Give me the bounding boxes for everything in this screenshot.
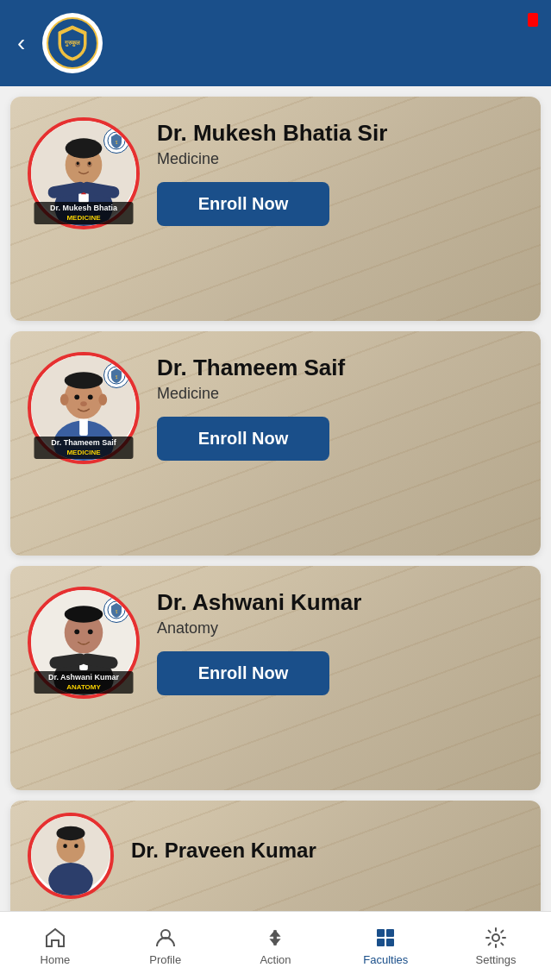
svg-point-11 <box>77 161 79 165</box>
doctor-name-1: Dr. Mukesh Bhatia Sir <box>157 121 523 146</box>
profile-icon <box>153 926 178 950</box>
bottom-navigation: Home Profile Action Faculties Settings <box>0 911 551 980</box>
faculty-card-1: गु <box>10 97 541 321</box>
nav-faculties[interactable]: Faculties <box>330 926 441 966</box>
nav-profile[interactable]: Profile <box>110 926 221 966</box>
settings-icon <box>484 926 508 950</box>
nav-home-label: Home <box>41 953 71 966</box>
svg-point-49 <box>492 934 499 941</box>
back-button[interactable]: ‹ <box>17 29 25 57</box>
doctor-subject-2: Medicine <box>157 385 523 403</box>
avatar-label-2: Dr. Thameem Saif MEDICINE <box>34 437 134 459</box>
svg-point-26 <box>80 401 87 406</box>
avatar-container-2: गु <box>28 352 140 464</box>
nav-settings-label: Settings <box>476 953 517 966</box>
avatar-label-3: Dr. Ashwani Kumar ANATOMY <box>34 671 134 694</box>
svg-rect-47 <box>377 939 385 946</box>
battery-indicator <box>528 13 538 27</box>
nav-settings[interactable]: Settings <box>441 926 551 966</box>
doctor-name-4-partial: Dr. Praveen Kumar <box>131 839 523 863</box>
svg-point-25 <box>88 394 93 399</box>
header: ‹ गुरुकुल <box>0 0 551 86</box>
avatar-logo-2: गु <box>103 362 129 388</box>
avatar-4 <box>28 813 114 899</box>
svg-point-23 <box>98 393 107 405</box>
card-info-3: Dr. Ashwani Kumar Anatomy Enroll Now <box>157 590 523 696</box>
doctor-subject-1: Medicine <box>157 150 523 168</box>
avatar-container-3: गु <box>28 587 140 699</box>
card-info-2: Dr. Thameem Saif Medicine Enroll Now <box>157 355 523 462</box>
card-info-4: Dr. Praveen Kumar <box>131 813 523 863</box>
svg-rect-48 <box>386 939 394 946</box>
nav-faculties-label: Faculties <box>363 953 408 966</box>
card-info-1: Dr. Mukesh Bhatia Sir Medicine Enroll No… <box>157 121 523 227</box>
faculty-card-2: गु <box>10 331 541 556</box>
faculties-icon <box>373 926 398 950</box>
doctor-name-2: Dr. Thameem Saif <box>157 355 523 380</box>
faculty-list: गु <box>0 86 551 980</box>
action-icon <box>263 926 287 950</box>
nav-profile-label: Profile <box>149 953 181 966</box>
nav-home[interactable]: Home <box>0 926 110 966</box>
svg-rect-45 <box>377 929 385 937</box>
svg-text:गुरुकुल: गुरुकुल <box>64 40 80 47</box>
faculty-card-3: गु <box>10 566 541 790</box>
svg-point-22 <box>60 393 69 405</box>
svg-point-33 <box>65 606 103 622</box>
svg-point-42 <box>63 844 67 848</box>
svg-point-37 <box>88 629 93 634</box>
avatar-label-1: Dr. Mukesh Bhatia MEDICINE <box>34 202 134 224</box>
svg-point-21 <box>65 372 103 388</box>
svg-point-41 <box>56 826 85 841</box>
app-logo: गुरुकुल <box>42 13 103 73</box>
avatar-logo-1: गु <box>103 128 129 154</box>
nav-action-label: Action <box>260 953 291 966</box>
svg-point-43 <box>74 844 78 848</box>
doctor-subject-3: Anatomy <box>157 619 523 638</box>
svg-rect-46 <box>386 929 394 937</box>
avatar-logo-3: गु <box>103 597 129 623</box>
enroll-button-2[interactable]: Enroll Now <box>157 417 329 461</box>
svg-point-8 <box>66 138 103 158</box>
enroll-button-3[interactable]: Enroll Now <box>157 651 329 695</box>
faculty-card-4-partial: Dr. Praveen Kumar <box>10 801 541 921</box>
nav-action[interactable]: Action <box>221 926 331 966</box>
svg-point-36 <box>74 629 79 634</box>
svg-rect-19 <box>79 418 88 436</box>
home-icon <box>43 926 67 950</box>
enroll-button-1[interactable]: Enroll Now <box>157 182 329 226</box>
doctor-name-3: Dr. Ashwani Kumar <box>157 590 523 615</box>
avatar-container-1: गु <box>28 117 140 229</box>
svg-point-24 <box>74 394 79 399</box>
avatar-container-4 <box>28 813 114 899</box>
svg-point-12 <box>88 161 91 165</box>
